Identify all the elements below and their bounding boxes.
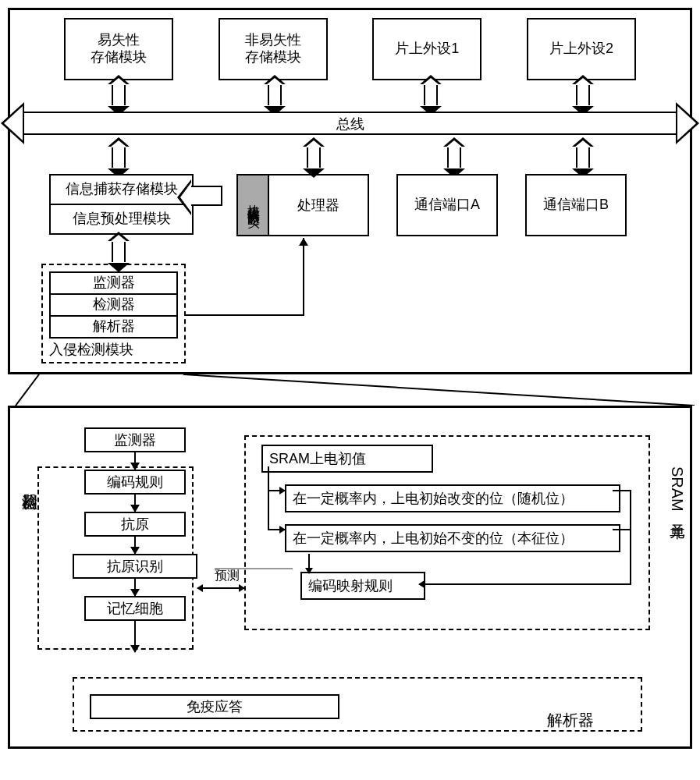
memory-cell-box: 记忆细胞 bbox=[84, 596, 186, 621]
predict-label: 预测 bbox=[215, 568, 240, 584]
connector bbox=[268, 490, 285, 491]
sram-intrinsic-bits: 在一定概率内，上电初始不变的位（本征位） bbox=[285, 524, 620, 552]
label: 非易失性存储模块 bbox=[245, 32, 301, 66]
comm-port-b: 通信端口B bbox=[525, 174, 627, 236]
svg-line-0 bbox=[16, 374, 39, 406]
connector bbox=[447, 147, 461, 168]
flow-arrow bbox=[134, 621, 136, 652]
intrusion-label: 入侵检测模块 bbox=[49, 340, 178, 359]
flow-arrow bbox=[134, 579, 136, 596]
info-capture-storage-module: 信息捕获存储模块 bbox=[49, 174, 194, 205]
top-modules-row: 易失性存储模块 非易失性存储模块 片上外设1 片上外设2 bbox=[41, 18, 659, 80]
flow-arrow bbox=[134, 452, 136, 470]
label: 通信端口A bbox=[414, 197, 480, 214]
processor-group: 实时数据收集模块 处理器 bbox=[236, 174, 369, 236]
detection-flow: 监测器 编码规则 抗原 抗原识别 记忆细胞 bbox=[57, 427, 213, 652]
label: 易失性存储模块 bbox=[91, 32, 147, 66]
label: 在一定概率内，上电初始改变的位（随机位） bbox=[293, 491, 574, 506]
sram-unit-frame: SRAM上电初值 在一定概率内，上电初始改变的位（随机位） 在一定概率内，上电初… bbox=[244, 435, 650, 630]
svg-line-1 bbox=[183, 374, 695, 406]
connector bbox=[630, 490, 631, 583]
volatile-storage-module: 易失性存储模块 bbox=[64, 18, 173, 80]
bus: 总线 bbox=[18, 88, 682, 143]
processor: 处理器 bbox=[269, 176, 368, 235]
label: 检测器 bbox=[93, 296, 135, 314]
feedback-line bbox=[303, 238, 304, 316]
monitor: 监测器 bbox=[49, 271, 178, 295]
antigen-recognition-box: 抗原识别 bbox=[73, 554, 197, 579]
onchip-peripheral-1: 片上外设1 bbox=[372, 18, 481, 80]
lower-detail-diagram: 检测器 监测器 编码规则 抗原 抗原识别 记忆细胞 SRAM上电初值 在一定概率… bbox=[8, 406, 692, 749]
parser-frame: 免疫应答 解析器 bbox=[73, 677, 642, 732]
arrowhead-icon bbox=[299, 238, 308, 246]
intrusion-detection-module: 监测器 检测器 解析器 入侵检测模块 bbox=[41, 264, 186, 363]
connector bbox=[307, 147, 321, 168]
flow-arrow bbox=[134, 537, 136, 554]
upper-system-diagram: 易失性存储模块 非易失性存储模块 片上外设1 片上外设2 总线 信息捕获存储模块… bbox=[8, 8, 692, 374]
antigen-box: 抗原 bbox=[84, 512, 186, 537]
bidir-connector bbox=[197, 587, 244, 589]
label: 信息预处理模块 bbox=[73, 211, 171, 228]
label: 片上外设2 bbox=[549, 41, 613, 58]
parser: 解析器 bbox=[49, 315, 178, 339]
label: 记忆细胞 bbox=[107, 601, 163, 616]
bus-label: 总线 bbox=[333, 115, 368, 133]
capture-preprocess-stack: 信息捕获存储模块 信息预处理模块 bbox=[49, 174, 194, 236]
expansion-guides bbox=[8, 374, 692, 406]
sram-init-value: SRAM上电初值 bbox=[261, 445, 433, 473]
data-flow-arrow bbox=[191, 186, 222, 206]
label: 在一定概率内，上电初始不变的位（本征位） bbox=[293, 530, 574, 546]
flow-arrow bbox=[134, 495, 136, 512]
connector bbox=[576, 147, 590, 168]
detector: 检测器 bbox=[49, 293, 178, 317]
connector bbox=[613, 490, 630, 491]
connector bbox=[308, 554, 310, 573]
connector bbox=[268, 529, 285, 530]
label: 监测器 bbox=[93, 275, 135, 292]
nonvolatile-storage-module: 非易失性存储模块 bbox=[219, 18, 328, 80]
label: 监测器 bbox=[114, 432, 156, 448]
connector bbox=[613, 529, 630, 530]
label: 解析器 bbox=[93, 318, 135, 335]
label: 编码规则 bbox=[107, 474, 163, 490]
label: 编码映射规则 bbox=[308, 578, 393, 594]
middle-row: 信息捕获存储模块 信息预处理模块 实时数据收集模块 处理器 通信端口A 通信端口… bbox=[18, 174, 682, 236]
info-preprocess-module: 信息预处理模块 bbox=[49, 204, 194, 235]
label: 处理器 bbox=[297, 196, 339, 214]
sram-unit-label: SRAM单元 bbox=[667, 466, 688, 512]
label: 信息捕获存储模块 bbox=[66, 181, 178, 198]
connector bbox=[112, 147, 126, 168]
connector bbox=[112, 241, 126, 263]
label: SRAM上电初值 bbox=[269, 451, 366, 466]
encode-rule-box: 编码规则 bbox=[84, 470, 186, 495]
feedback-line bbox=[186, 314, 303, 316]
monitor-box: 监测器 bbox=[84, 427, 186, 452]
onchip-peripheral-2: 片上外设2 bbox=[527, 18, 636, 80]
comm-port-a: 通信端口A bbox=[396, 174, 498, 236]
label: 抗原识别 bbox=[107, 558, 163, 574]
connector bbox=[268, 466, 269, 490]
label: 片上外设1 bbox=[395, 41, 459, 58]
parser-label: 解析器 bbox=[547, 710, 594, 731]
realtime-data-collect-module: 实时数据收集模块 bbox=[238, 176, 269, 235]
label: 通信端口B bbox=[543, 197, 609, 214]
label: 抗原 bbox=[121, 516, 149, 532]
connector bbox=[419, 583, 631, 585]
encoding-mapping-rule: 编码映射规则 bbox=[300, 572, 425, 600]
label: 免疫应答 bbox=[187, 699, 243, 714]
sram-random-bits: 在一定概率内，上电初始改变的位（随机位） bbox=[285, 484, 620, 512]
immune-response-box: 免疫应答 bbox=[90, 694, 339, 719]
connector bbox=[268, 490, 269, 529]
